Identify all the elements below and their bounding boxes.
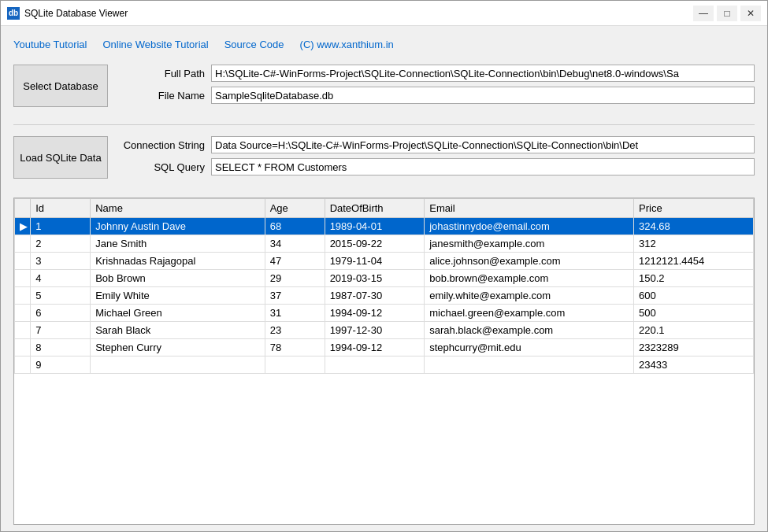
online-tutorial-link[interactable]: Online Website Tutorial — [102, 39, 208, 50]
cell-email: alice.johnson@example.com — [425, 253, 634, 270]
copyright-link[interactable]: (C) www.xanthium.in — [300, 39, 394, 50]
connection-string-input[interactable] — [211, 136, 755, 153]
table-row[interactable]: 923433 — [15, 357, 754, 374]
connection-string-row: Connection String — [114, 136, 755, 153]
cell-dob — [325, 357, 425, 374]
cell-name: Krishnadas Rajagopal — [91, 253, 265, 270]
cell-age: 68 — [265, 218, 325, 235]
load-fields: Connection String SQL Query — [114, 136, 755, 175]
divider-1 — [13, 124, 755, 125]
table-body: ▶1Johnny Austin Dave681989-04-01johastin… — [15, 218, 754, 374]
cell-price: 324.68 — [634, 218, 754, 235]
cell-email: janesmith@example.com — [425, 235, 634, 253]
cell-id: 5 — [31, 287, 91, 305]
main-window: db SQLite Database Viewer — □ ✕ Youtube … — [0, 0, 768, 532]
row-indicator-cell — [15, 339, 31, 357]
table-row[interactable]: 2Jane Smith342015-09-22janesmith@example… — [15, 235, 754, 253]
cell-age: 47 — [265, 253, 325, 270]
cell-age: 23 — [265, 322, 325, 339]
load-data-panel: Load SQLite Data Connection String SQL Q… — [13, 128, 755, 193]
col-header-email: Email — [425, 199, 634, 218]
table-row[interactable]: 5Emily White371987-07-30emily.white@exam… — [15, 287, 754, 305]
col-header-indicator — [15, 199, 31, 218]
cell-name: Michael Green — [91, 305, 265, 322]
table-row[interactable]: 6Michael Green311994-09-12michael.green@… — [15, 305, 754, 322]
table-row[interactable]: 7Sarah Black231997-12-30sarah.black@exam… — [15, 322, 754, 339]
cell-price: 220.1 — [634, 322, 754, 339]
file-name-row: File Name — [114, 87, 755, 104]
cell-name: Emily White — [91, 287, 265, 305]
cell-price: 600 — [634, 287, 754, 305]
full-path-row: Full Path — [114, 65, 755, 82]
cell-dob: 1987-07-30 — [325, 287, 425, 305]
cell-dob: 1997-12-30 — [325, 322, 425, 339]
cell-dob: 1979-11-04 — [325, 253, 425, 270]
table-scroll[interactable]: Id Name Age DateOfBirth Email Price ▶1Jo… — [14, 198, 754, 524]
cell-price: 500 — [634, 305, 754, 322]
cell-id: 8 — [31, 339, 91, 357]
youtube-tutorial-link[interactable]: Youtube Tutorial — [13, 39, 87, 50]
cell-age: 31 — [265, 305, 325, 322]
cell-email: michael.green@example.com — [425, 305, 634, 322]
table-row[interactable]: ▶1Johnny Austin Dave681989-04-01johastin… — [15, 218, 754, 235]
col-header-name: Name — [91, 199, 265, 218]
cell-age: 78 — [265, 339, 325, 357]
cell-id: 1 — [31, 218, 91, 235]
select-database-panel: Select Database Full Path File Name — [13, 57, 755, 121]
cell-price: 312 — [634, 235, 754, 253]
cell-name — [91, 357, 265, 374]
cell-id: 7 — [31, 322, 91, 339]
window-title: SQLite Database Viewer — [24, 8, 693, 19]
cell-dob: 2019-03-15 — [325, 270, 425, 287]
cell-id: 9 — [31, 357, 91, 374]
nav-bar: Youtube Tutorial Online Website Tutorial… — [13, 32, 755, 57]
load-sqlite-button[interactable]: Load SQLite Data — [13, 136, 108, 179]
cell-age: 34 — [265, 235, 325, 253]
window-controls: — □ ✕ — [693, 6, 761, 21]
title-bar: db SQLite Database Viewer — □ ✕ — [1, 1, 767, 26]
row-indicator-cell: ▶ — [15, 218, 31, 235]
full-path-label: Full Path — [114, 68, 205, 79]
cell-id: 6 — [31, 305, 91, 322]
table-row[interactable]: 8Stephen Curry781994-09-12stephcurry@mit… — [15, 339, 754, 357]
cell-email: stephcurry@mit.edu — [425, 339, 634, 357]
cell-age — [265, 357, 325, 374]
sql-query-input[interactable] — [211, 158, 755, 175]
table-row[interactable]: 3Krishnadas Rajagopal471979-11-04alice.j… — [15, 253, 754, 270]
row-indicator-cell — [15, 357, 31, 374]
load-section: Load SQLite Data Connection String SQL Q… — [13, 136, 755, 179]
cell-price: 23433 — [634, 357, 754, 374]
cell-email: johastinnydoe@email.com — [425, 218, 634, 235]
close-button[interactable]: ✕ — [740, 6, 761, 21]
cell-email — [425, 357, 634, 374]
cell-name: Stephen Curry — [91, 339, 265, 357]
full-path-input[interactable] — [211, 65, 755, 82]
cell-email: bob.brown@example.com — [425, 270, 634, 287]
app-icon: db — [7, 7, 20, 20]
cell-email: emily.white@example.com — [425, 287, 634, 305]
file-name-label: File Name — [114, 90, 205, 102]
source-code-link[interactable]: Source Code — [224, 39, 284, 50]
sql-query-label: SQL Query — [114, 161, 205, 173]
cell-name: Jane Smith — [91, 235, 265, 253]
cell-id: 4 — [31, 270, 91, 287]
cell-price: 2323289 — [634, 339, 754, 357]
row-indicator-cell — [15, 305, 31, 322]
select-database-button[interactable]: Select Database — [13, 65, 108, 107]
sql-query-row: SQL Query — [114, 158, 755, 175]
cell-id: 3 — [31, 253, 91, 270]
data-table-container: Id Name Age DateOfBirth Email Price ▶1Jo… — [13, 198, 755, 525]
table-row[interactable]: 4Bob Brown292019-03-15bob.brown@example.… — [15, 270, 754, 287]
select-section: Select Database Full Path File Name — [13, 65, 755, 107]
file-name-input[interactable] — [211, 87, 755, 104]
cell-name: Bob Brown — [91, 270, 265, 287]
cell-dob: 1989-04-01 — [325, 218, 425, 235]
minimize-button[interactable]: — — [693, 6, 714, 21]
row-indicator-cell — [15, 253, 31, 270]
table-header-row: Id Name Age DateOfBirth Email Price — [15, 199, 754, 218]
maximize-button[interactable]: □ — [717, 6, 737, 21]
col-header-price: Price — [634, 199, 754, 218]
cell-price: 150.2 — [634, 270, 754, 287]
cell-name: Johnny Austin Dave — [91, 218, 265, 235]
col-header-id: Id — [31, 199, 91, 218]
